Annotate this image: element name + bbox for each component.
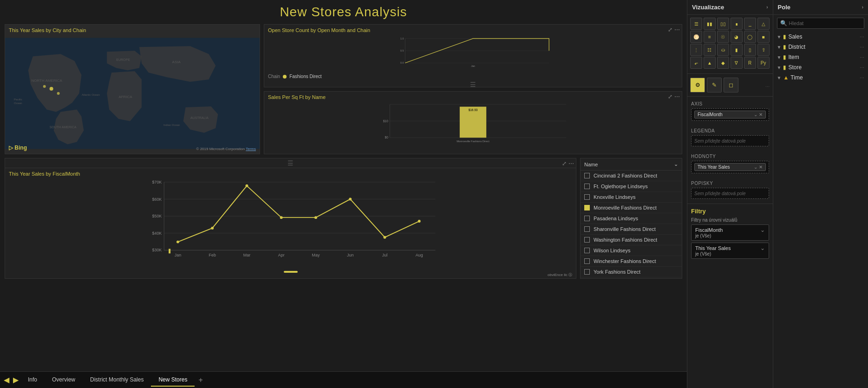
open-store-more-btn[interactable]: ⋯ [674,26,680,33]
sales-more-btn[interactable]: ⋯ [860,34,864,39]
sales-sqft-more-btn[interactable]: ⋯ [674,93,680,100]
viz-icon-pie[interactable]: ◕ [731,31,743,43]
viz-axis-field[interactable]: FiscalMonth ⌄ ✕ [691,108,769,121]
viz-icon-waterfall[interactable]: ≡ [704,31,716,43]
search-input[interactable] [789,20,861,26]
store-checkbox[interactable] [584,237,590,243]
terms-link[interactable]: Terms [246,147,256,151]
viz-format-icon[interactable]: ⚙ [690,78,705,92]
viz-icon-stacked-bar[interactable]: ▯▯ [717,18,729,30]
viz-popisky-label: Popisky [691,181,769,186]
viz-icon-map[interactable]: ▲ [704,57,716,69]
store-list-item[interactable]: York Fashions Direct [581,267,682,277]
viz-icon-filled-map[interactable]: ◆ [717,57,729,69]
field-group-time-header[interactable]: ▼ ▲ Time ⋯ [775,72,866,83]
viz-icon-funnel[interactable]: ∇ [731,57,743,69]
svg-text:0.0: 0.0 [400,61,404,64]
viz-icon-bar[interactable]: ▮▮ [704,18,716,30]
sales-sqft-panel: Sales Per Sq Ft by Name ⤢ ⋯ [264,91,682,154]
store-list-items: Cincinnati 2 Fashions DirectFt. Oglethor… [581,171,682,277]
store-checkbox[interactable] [584,216,590,221]
store-list-item[interactable]: Knoxville Lindseys [581,192,682,203]
tab-new-stores[interactable]: New Stores [151,374,195,387]
tab-info[interactable]: Info [20,374,45,387]
viz-icon-line[interactable]: ⎯ [744,18,756,30]
viz-icon-r[interactable]: R [744,57,756,69]
store-checkbox[interactable] [584,258,590,264]
open-store-expand-btn[interactable]: ⤢ [668,26,672,33]
viz-icon-donut[interactable]: ◯ [744,31,756,43]
viz-icon-multirow[interactable]: ▯ [744,44,756,56]
field-group-district-header[interactable]: ▼ ▮ District ⋯ [775,42,866,52]
fields-panel-chevron[interactable]: › [862,5,863,10]
field-group-item-header[interactable]: ▼ ▮ Item ⋯ [775,52,866,62]
viz-icon-python[interactable]: Py [757,57,770,69]
field-group-item: ▼ ▮ Item ⋯ [773,52,868,62]
viz-legenda-field[interactable]: Sem přidejte datová pole [691,135,769,146]
tab-nav-next[interactable]: ▶ [11,375,20,384]
open-store-panel: Open Store Count by Open Month and Chain… [264,24,682,87]
viz-icon-matrix[interactable]: ⋮ [690,44,702,56]
filtry-item[interactable]: FiscalMonth⌄je (Vše) [691,224,769,241]
drag-handle-open-store[interactable]: ☰ [264,80,682,87]
viz-icon-area[interactable]: △ [757,18,770,30]
viz-hodnoty-field-value: This Year Sales [698,164,730,170]
fiscal-expand-btn[interactable]: ⤢ [562,160,567,167]
viz-panel-chevron[interactable]: › [766,5,768,10]
viz-more-text: … [765,83,770,88]
legend-dot [283,75,287,79]
store-list-item[interactable]: Cincinnati 2 Fashions Direct [581,171,682,181]
viz-icon-grid[interactable]: ☷ [704,44,716,56]
store-list-item[interactable]: Washington Fashions Direct [581,235,682,245]
store-list-item[interactable]: Ft. Oglethorpe Lindseys [581,181,682,192]
filtry-item-value: je (Vše) [695,251,765,256]
store-list-item[interactable]: Wilson Lindseys [581,245,682,256]
store-checkbox[interactable] [584,173,590,178]
sales-sqft-expand-btn[interactable]: ⤢ [668,93,672,100]
viz-icon-scatter[interactable]: ☉ [717,31,729,43]
tab-add[interactable]: + [195,373,206,387]
svg-text:NORTH AMERICA: NORTH AMERICA [32,79,63,83]
search-box[interactable]: 🔍 [777,18,864,29]
viz-icon-clustered-bar[interactable]: ∎ [731,18,743,30]
map-container[interactable]: NORTH AMERICA SOUTH AMERICA EUROPE ASIA … [5,34,260,153]
viz-hodnoty-field[interactable]: This Year Sales ⌄ ✕ [691,161,769,173]
viz-icon-gauge[interactable]: ⛀ [717,44,729,56]
store-checkbox[interactable] [584,226,590,232]
tab-district[interactable]: District Monthly Sales [83,374,151,387]
store-more-btn[interactable]: ⋯ [860,65,864,70]
time-more-btn[interactable]: ⋯ [860,75,864,80]
viz-axis-remove-btn[interactable]: ⌄ ✕ [754,112,763,117]
viz-hodnoty-remove-btn[interactable]: ⌄ ✕ [754,164,763,170]
viz-icon-table[interactable]: ☰ [690,18,702,30]
tab-nav-prev[interactable]: ◀ [2,375,11,384]
store-list-item[interactable]: Winchester Fashions Direct [581,256,682,267]
item-more-btn[interactable]: ⋯ [860,55,864,60]
viz-analytics-icon[interactable]: ◻ [724,78,738,92]
store-checkbox[interactable] [584,205,590,210]
fiscal-scroll-indicator[interactable] [284,271,298,273]
viz-icon-card[interactable]: ▮ [731,44,743,56]
store-list-item[interactable]: Monroeville Fashions Direct [581,203,682,213]
district-more-btn[interactable]: ⋯ [860,45,864,50]
store-checkbox[interactable] [584,269,590,275]
viz-icon-kpi[interactable]: ⇧ [757,44,770,56]
store-checkbox[interactable] [584,184,590,189]
tab-overview[interactable]: Overview [45,374,83,387]
field-group-store-header[interactable]: ▼ ▮ Store ⋯ [775,62,866,72]
svg-text:Apr: Apr [278,253,285,257]
filtry-item[interactable]: This Year Sales⌄je (Vše) [691,243,769,259]
fiscal-more-btn[interactable]: ⋯ [568,160,574,167]
drag-handle-fiscal[interactable]: ☰ [5,158,576,168]
store-list-item[interactable]: Pasadena Lindseys [581,213,682,224]
store-checkbox[interactable] [584,248,590,253]
viz-icon-treemap[interactable]: ■ [757,31,770,43]
viz-icon-ribbon[interactable]: 🌕 [690,31,702,43]
viz-icon-slicer[interactable]: ⬐ [690,57,702,69]
store-list-item[interactable]: Sharonville Fashions Direct [581,224,682,235]
store-list-header[interactable]: Name ⌄ [581,158,682,171]
viz-popisky-field[interactable]: Sem přidejte datová pole [691,188,769,199]
field-group-sales-header[interactable]: ▼ ▮ Sales ⋯ [775,32,866,42]
viz-paint-icon[interactable]: ✎ [707,78,722,92]
store-checkbox[interactable] [584,194,590,200]
